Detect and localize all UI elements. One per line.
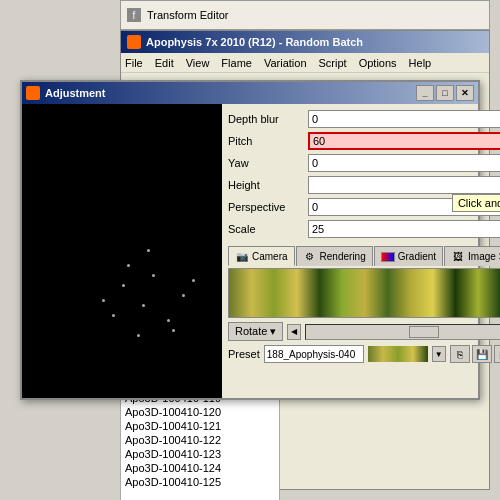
preset-row: Preset ▼ ⎘ 💾 ▦	[228, 345, 500, 363]
transform-editor-icon: f	[127, 8, 141, 22]
list-item[interactable]: Apo3D-100410-121	[121, 419, 279, 433]
preset-copy-button[interactable]: ⎘	[450, 345, 470, 363]
close-button[interactable]: ✕	[456, 85, 474, 101]
preset-label: Preset	[228, 348, 260, 360]
adj-canvas	[22, 104, 222, 398]
scale-input[interactable]	[308, 220, 500, 238]
canvas-dot	[102, 299, 105, 302]
scale-row: Scale	[228, 220, 500, 238]
gradient-strip[interactable]	[228, 268, 500, 318]
apo-menubar: File Edit View Flame Variation Script Op…	[121, 53, 489, 73]
transform-editor-title: Transform Editor	[147, 9, 229, 21]
adj-title: Adjustment	[45, 87, 106, 99]
depth-blur-label: Depth blur	[228, 113, 308, 125]
rotate-button[interactable]: Rotate ▾	[228, 322, 283, 341]
tab-image-size-label: Image Size	[468, 251, 500, 262]
yaw-label: Yaw	[228, 157, 308, 169]
adjustment-dialog: Adjustment _ □ ✕ Depth blur	[20, 80, 480, 400]
adj-content: Depth blur ↩ Pitch Yaw Height Click and …	[22, 104, 478, 398]
height-input[interactable]	[308, 176, 500, 194]
apo-title: Apophysis 7x 2010 (R12) - Random Batch	[146, 36, 363, 48]
list-item[interactable]: Apo3D-100410-120	[121, 405, 279, 419]
adj-titlebar-left: Adjustment	[26, 86, 106, 100]
yaw-row: Yaw	[228, 154, 500, 172]
canvas-dot	[127, 264, 130, 267]
perspective-label: Perspective	[228, 201, 308, 213]
height-row: Height Click and drag to change value	[228, 176, 500, 194]
scrollbar-thumb[interactable]	[409, 326, 439, 338]
preset-action-buttons: ⎘ 💾 ▦	[450, 345, 500, 363]
canvas-dot	[122, 284, 125, 287]
yaw-input[interactable]	[308, 154, 500, 172]
menu-script[interactable]: Script	[319, 57, 347, 69]
preset-settings-button[interactable]: ▦	[494, 345, 500, 363]
adj-right-panel: Depth blur ↩ Pitch Yaw Height Click and …	[222, 104, 500, 398]
rendering-icon: ⚙	[303, 250, 317, 264]
adj-titlebar: Adjustment _ □ ✕	[22, 82, 478, 104]
preset-save-button[interactable]: 💾	[472, 345, 492, 363]
adj-titlebar-icon	[26, 86, 40, 100]
maximize-button[interactable]: □	[436, 85, 454, 101]
tab-camera[interactable]: 📷 Camera	[228, 246, 295, 266]
list-item[interactable]: Apo3D-100410-125	[121, 475, 279, 489]
adj-titlebar-controls: _ □ ✕	[416, 85, 474, 101]
gradient-icon	[381, 252, 395, 262]
canvas-dot	[152, 274, 155, 277]
pitch-input[interactable]	[308, 132, 500, 150]
apo-titlebar-icon	[127, 35, 141, 49]
canvas-dot	[147, 249, 150, 252]
menu-help[interactable]: Help	[409, 57, 432, 69]
transform-editor-window: f Transform Editor	[120, 0, 490, 30]
canvas-dot	[182, 294, 185, 297]
apo-titlebar: Apophysis 7x 2010 (R12) - Random Batch	[121, 31, 489, 53]
pitch-label: Pitch	[228, 135, 308, 147]
minimize-button[interactable]: _	[416, 85, 434, 101]
tab-gradient[interactable]: Gradient	[374, 246, 443, 266]
menu-edit[interactable]: Edit	[155, 57, 174, 69]
tab-camera-label: Camera	[252, 251, 288, 262]
depth-blur-row: Depth blur ↩	[228, 110, 500, 128]
scrollbar-row: Rotate ▾ ◀ ▶ 14 Reset	[228, 322, 500, 341]
canvas-dot	[137, 334, 140, 337]
tab-rendering[interactable]: ⚙ Rendering	[296, 246, 373, 266]
tab-image-size[interactable]: 🖼 Image Size	[444, 246, 500, 266]
height-tooltip: Click and drag to change value	[452, 194, 500, 212]
scroll-left-arrow[interactable]: ◀	[287, 324, 301, 340]
menu-flame[interactable]: Flame	[221, 57, 252, 69]
tab-gradient-label: Gradient	[398, 251, 436, 262]
menu-file[interactable]: File	[125, 57, 143, 69]
menu-view[interactable]: View	[186, 57, 210, 69]
pitch-row: Pitch	[228, 132, 500, 150]
image-size-icon: 🖼	[451, 250, 465, 264]
list-item[interactable]: Apo3D-100410-123	[121, 447, 279, 461]
list-item[interactable]: Apo3D-100410-124	[121, 461, 279, 475]
list-item[interactable]: Apo3D-100410-122	[121, 433, 279, 447]
preset-input[interactable]	[264, 345, 364, 363]
canvas-dot	[172, 329, 175, 332]
camera-icon: 📷	[235, 249, 249, 263]
menu-options[interactable]: Options	[359, 57, 397, 69]
canvas-dot	[112, 314, 115, 317]
preset-dropdown-button[interactable]: ▼	[432, 346, 446, 362]
preset-gradient-preview	[368, 346, 428, 362]
list-panel: Apo3D-100410-119 Apo3D-100410-120 Apo3D-…	[120, 390, 280, 500]
menu-variation[interactable]: Variation	[264, 57, 307, 69]
adj-tabs: 📷 Camera ⚙ Rendering Gradient 🖼 Image Si…	[228, 246, 500, 266]
tab-rendering-label: Rendering	[320, 251, 366, 262]
canvas-dot	[142, 304, 145, 307]
depth-blur-input[interactable]	[308, 110, 500, 128]
scrollbar-track[interactable]	[305, 324, 500, 340]
scale-label: Scale	[228, 223, 308, 235]
height-label: Height	[228, 179, 308, 191]
canvas-dot	[192, 279, 195, 282]
canvas-dot	[167, 319, 170, 322]
